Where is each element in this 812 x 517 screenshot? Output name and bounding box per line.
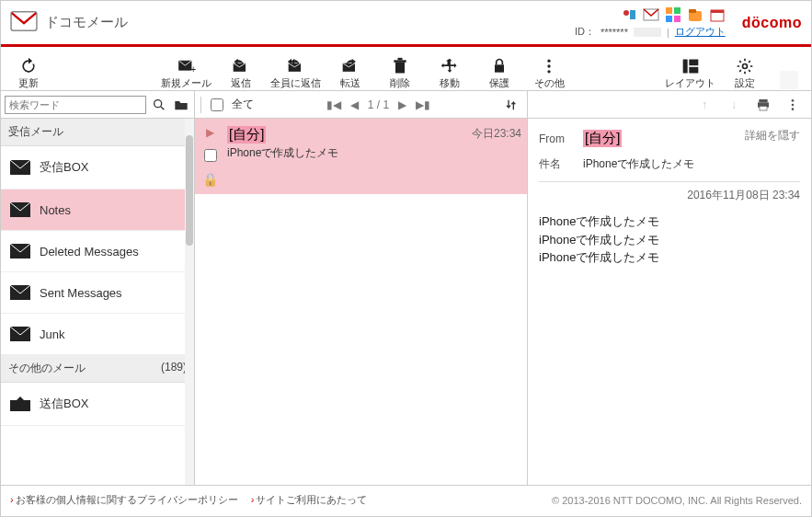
folder-outbox[interactable]: 送信BOX (1, 383, 194, 426)
reply-icon (231, 56, 251, 76)
logout-link[interactable]: ログアウト (675, 25, 726, 39)
layout-icon (680, 56, 701, 76)
row-date: 今日23:34 (472, 126, 521, 187)
calendar-icon[interactable] (709, 6, 726, 23)
folder-deleted[interactable]: Deleted Messages (1, 231, 194, 272)
folder-sent[interactable]: Sent Messages (1, 272, 194, 314)
select-all-checkbox[interactable] (211, 98, 223, 111)
storage-icon[interactable] (687, 6, 703, 23)
preview-body: iPhoneで作成したメモ iPhoneで作成したメモ iPhoneで作成したメ… (539, 213, 800, 267)
search-button[interactable] (150, 96, 168, 114)
move-icon (440, 56, 460, 76)
from-label: From (539, 132, 572, 145)
detail-toggle[interactable]: 詳細を隠す (745, 128, 800, 144)
reply-button[interactable]: 返信 (217, 50, 265, 90)
settings-button[interactable]: 設定 (721, 50, 769, 90)
svg-rect-10 (689, 9, 696, 13)
privacy-link[interactable]: ›お客様の個人情報に関するプライバシーポリシー (10, 493, 238, 507)
row-checkbox[interactable] (204, 149, 217, 162)
svg-rect-7 (666, 16, 672, 22)
more-vert-icon (539, 56, 559, 76)
print-button[interactable] (754, 96, 772, 114)
app-title: ドコモメール (45, 14, 128, 31)
preview-pane: 詳細を隠す From [自分] 件名 iPhoneで作成したメモ 2016年11… (528, 119, 811, 485)
svg-point-23 (547, 64, 550, 67)
message-list: ▶ 🔒 [自分] iPhoneで作成したメモ 今日23:34 (195, 119, 528, 485)
compose-button[interactable]: +新規メール (157, 50, 215, 90)
header-service-icons (621, 6, 726, 23)
folder-inbox[interactable]: 受信BOX (1, 146, 194, 190)
pager-text: 1 / 1 (368, 98, 389, 111)
from-value: [自分] (583, 130, 622, 147)
search-input[interactable] (5, 96, 146, 114)
other-button[interactable]: その他 (525, 50, 573, 90)
subject-label: 件名 (539, 156, 572, 172)
copyright: © 2013-2016 NTT DOCOMO, INC. All Rights … (552, 495, 802, 506)
main-area: 受信メール 受信BOX Notes Deleted Messages Sent … (1, 119, 811, 485)
lock-icon (489, 56, 509, 76)
account-avatar[interactable] (771, 50, 807, 90)
avatar-icon (779, 70, 799, 90)
envelope-icon (10, 285, 30, 300)
preview-controls: ↑ ↓ (528, 91, 811, 118)
preview-timestamp: 2016年11月08日 23:34 (539, 188, 800, 203)
outbox-icon (10, 396, 30, 411)
mail-small-icon[interactable] (643, 6, 659, 23)
prev-page-button[interactable]: ◀ (350, 98, 359, 111)
overflow-button[interactable] (783, 96, 802, 114)
svg-rect-26 (689, 60, 698, 66)
first-page-button[interactable]: ▮◀ (326, 98, 341, 111)
group-count: (189) (161, 361, 187, 376)
next-page-button[interactable]: ▶ (398, 98, 406, 111)
pager: ▮◀ ◀ 1 / 1 ▶ ▶▮ (259, 98, 497, 111)
message-row[interactable]: ▶ 🔒 [自分] iPhoneで作成したメモ 今日23:34 (195, 119, 527, 194)
folder-open-icon[interactable] (172, 96, 190, 114)
header-account-area: ID： ******* | ログアウト (575, 6, 726, 39)
terms-link[interactable]: ›サイトご利用にあたって (251, 493, 368, 507)
svg-rect-20 (398, 58, 403, 61)
svg-point-35 (792, 103, 795, 106)
compose-icon: + (177, 56, 197, 76)
next-msg-button[interactable]: ↓ (725, 96, 743, 114)
selected-indicator-icon: ▶ (206, 126, 214, 139)
envelope-icon (10, 327, 30, 341)
svg-point-30 (154, 99, 162, 107)
apps-icon[interactable] (665, 6, 681, 23)
layout-button[interactable]: レイアウト (661, 50, 719, 90)
main-toolbar: 更新 +新規メール 返信 全員に返信 転送 削除 移動 保護 その他 レイアウト… (1, 47, 811, 91)
sidebar-scrollbar[interactable] (185, 119, 194, 485)
svg-rect-8 (674, 16, 680, 22)
sidebar: 受信メール 受信BOX Notes Deleted Messages Sent … (1, 119, 195, 485)
svg-rect-3 (630, 10, 635, 19)
row-subject: iPhoneで作成したメモ (227, 145, 464, 161)
envelope-icon (10, 244, 30, 258)
sidebar-group-other: その他のメール (189) (1, 355, 194, 383)
brand-logo: döcomo (742, 15, 802, 31)
move-button[interactable]: 移動 (426, 50, 474, 90)
account-id-row: ID： ******* | ログアウト (575, 25, 726, 39)
svg-point-24 (547, 70, 550, 73)
row-sender: [自分] (227, 126, 266, 144)
id-value: ******* (600, 27, 628, 38)
folder-junk[interactable]: Junk (1, 314, 194, 355)
last-page-button[interactable]: ▶▮ (416, 98, 430, 111)
svg-rect-25 (682, 60, 687, 74)
refresh-icon (18, 56, 39, 76)
svg-point-22 (547, 60, 550, 63)
id-label: ID： (575, 25, 595, 39)
svg-rect-33 (760, 106, 767, 110)
folder-notes[interactable]: Notes (1, 190, 194, 231)
forward-button[interactable]: 転送 (326, 50, 374, 90)
search-area (1, 91, 195, 118)
contacts-icon[interactable] (621, 6, 637, 23)
refresh-button[interactable]: 更新 (5, 50, 52, 90)
envelope-icon (10, 202, 30, 217)
prev-msg-button[interactable]: ↑ (695, 96, 714, 114)
svg-text:+: + (190, 64, 196, 75)
protect-button[interactable]: 保護 (475, 50, 523, 90)
sort-button[interactable] (503, 96, 521, 114)
svg-point-2 (623, 10, 629, 16)
reply-all-button[interactable]: 全員に返信 (267, 50, 325, 90)
delete-button[interactable]: 削除 (376, 50, 424, 90)
row-controls: ▶ 🔒 (200, 126, 220, 187)
